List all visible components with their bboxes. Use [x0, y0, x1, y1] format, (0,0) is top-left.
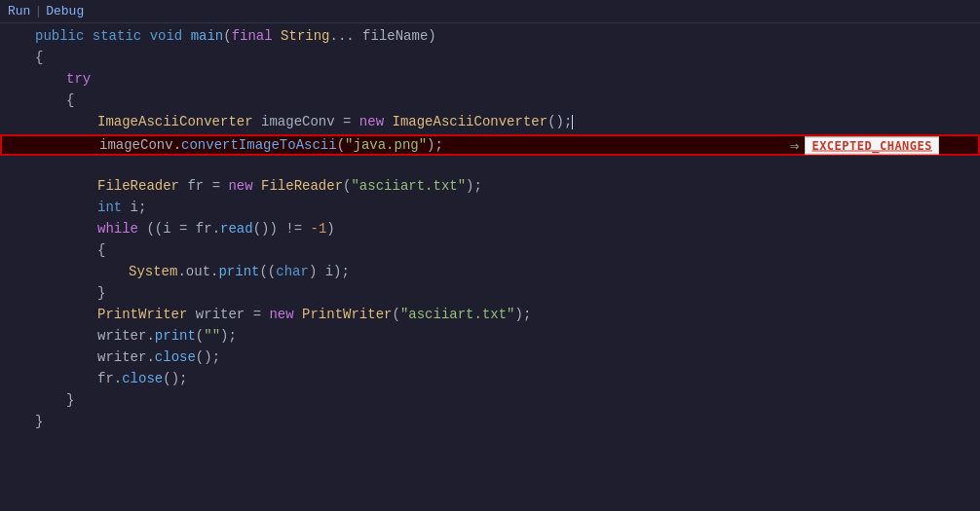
- line-content: }: [0, 391, 980, 409]
- line-content: writer.close();: [0, 348, 980, 366]
- code-token: String: [281, 28, 329, 44]
- code-token: while: [97, 221, 146, 237]
- arrow-icon: ⇒: [790, 136, 800, 155]
- code-token: "java.png": [345, 137, 427, 153]
- line-content: try: [0, 70, 980, 88]
- toolbar: Run | Debug: [0, 0, 980, 23]
- code-token: }: [66, 392, 74, 408]
- code-token: .: [146, 328, 154, 344]
- code-token: FileReader: [97, 178, 179, 194]
- code-token: "": [204, 328, 220, 344]
- code-token: }: [97, 285, 105, 301]
- line-content: }: [0, 284, 980, 302]
- code-token: ((i: [146, 221, 179, 237]
- code-token: );: [427, 137, 443, 153]
- code-token: ImageAsciiConverter: [392, 114, 547, 129]
- code-token: new: [351, 114, 392, 129]
- code-token: (: [337, 137, 345, 153]
- code-token: =: [253, 307, 261, 322]
- code-token: int: [97, 200, 131, 215]
- line-content: fr.close();: [0, 370, 980, 387]
- code-line: {: [0, 49, 980, 70]
- line-content: int i;: [0, 199, 980, 216]
- code-token: "asciiart.txt": [400, 307, 515, 322]
- code-token: new: [261, 307, 302, 322]
- line-content: System.out.print((char) i);: [0, 263, 980, 280]
- code-token: imageConv: [99, 137, 173, 153]
- code-token: System: [129, 264, 177, 279]
- code-line: {: [0, 241, 980, 263]
- line-content: }: [0, 413, 980, 430]
- code-token: read: [220, 221, 253, 237]
- code-token: );: [515, 307, 532, 322]
- code-token: (: [392, 307, 399, 322]
- code-line: int i;: [0, 199, 980, 220]
- code-token: fileName: [362, 28, 428, 44]
- toolbar-separator: |: [34, 4, 42, 18]
- code-token: ): [326, 221, 334, 237]
- line-content: FileReader fr = new FileReader("asciiart…: [0, 177, 980, 195]
- code-token: ImageAsciiConverter: [97, 114, 253, 129]
- line-content: public static void main(final String... …: [0, 27, 980, 45]
- code-token: ();: [196, 349, 220, 365]
- code-line: while ((i = fr.read()) != -1): [0, 220, 980, 241]
- code-line: writer.print("");: [0, 327, 980, 348]
- code-token: fr: [179, 178, 212, 194]
- code-token: close: [155, 349, 196, 365]
- code-token: i;: [131, 200, 147, 215]
- code-line: FileReader fr = new FileReader("asciiart…: [0, 177, 980, 199]
- code-token: !=: [285, 221, 310, 237]
- code-token: char: [276, 264, 309, 279]
- code-token: ((: [259, 264, 276, 279]
- code-token: ()): [253, 221, 286, 237]
- code-token: new: [220, 178, 261, 194]
- run-button[interactable]: Run: [8, 4, 30, 18]
- code-token: imageConv: [253, 114, 343, 129]
- code-token: ();: [547, 114, 572, 129]
- code-line: public static void main(final String... …: [0, 27, 980, 49]
- code-token: {: [66, 92, 74, 108]
- code-area: public static void main(final String... …: [0, 23, 980, 438]
- code-token: );: [220, 328, 237, 344]
- code-token: writer: [97, 349, 146, 365]
- code-token: ...: [330, 28, 363, 44]
- code-token: public: [35, 28, 93, 44]
- debug-button[interactable]: Debug: [46, 4, 84, 18]
- line-content: ImageAsciiConverter imageConv = new Imag…: [0, 113, 980, 130]
- code-token: convertImageToAscii: [181, 137, 337, 153]
- code-token: .: [173, 137, 181, 153]
- excepted-changes-label: EXCEPTED_CHANGES: [805, 136, 939, 154]
- code-line: try: [0, 70, 980, 91]
- line-content: {: [0, 91, 980, 109]
- line-content: {: [0, 241, 980, 259]
- code-token: try: [66, 71, 91, 87]
- code-token: "asciiart.txt": [351, 178, 466, 194]
- code-line: PrintWriter writer = new PrintWriter("as…: [0, 306, 980, 327]
- code-line: ImageAsciiConverter imageConv = new Imag…: [0, 113, 980, 134]
- code-token: writer: [187, 307, 252, 322]
- code-token: ): [428, 28, 435, 44]
- code-token: {: [97, 242, 105, 258]
- excepted-badge: ⇒EXCEPTED_CHANGES: [790, 136, 939, 155]
- code-token: =: [212, 178, 220, 194]
- line-content: writer.print("");: [0, 327, 980, 345]
- line-content: PrintWriter writer = new PrintWriter("as…: [0, 306, 980, 323]
- code-token: void: [150, 28, 191, 44]
- code-token: ) i);: [309, 264, 350, 279]
- code-token: print: [218, 264, 259, 279]
- code-token: fr: [97, 371, 114, 386]
- code-token: ();: [163, 371, 187, 386]
- code-token: .: [177, 264, 185, 279]
- code-token: .: [146, 349, 154, 365]
- text-cursor: [572, 115, 573, 129]
- code-line: }: [0, 284, 980, 306]
- code-token: PrintWriter: [302, 307, 392, 322]
- code-token: {: [35, 50, 43, 65]
- code-token: print: [155, 328, 196, 344]
- code-line: }: [0, 413, 980, 434]
- code-line: {: [0, 91, 980, 113]
- code-token: (: [223, 28, 231, 44]
- code-token: );: [466, 178, 482, 194]
- code-token: out: [186, 264, 210, 279]
- code-token: main: [191, 28, 224, 44]
